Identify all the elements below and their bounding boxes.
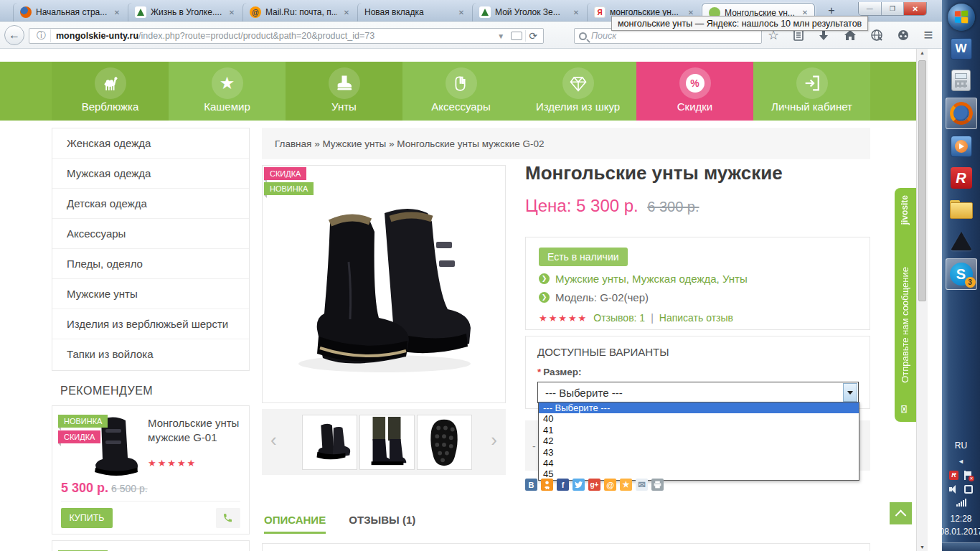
tab-close-icon[interactable]: ✕ bbox=[686, 9, 696, 17]
sidebar-item-pledy-odeyalo[interactable]: Пледы, одеяло bbox=[52, 249, 249, 279]
carousel-next-icon[interactable]: › bbox=[491, 429, 497, 451]
nav-item-aksessuary[interactable]: Аксессуары bbox=[402, 62, 519, 121]
reader-mode-icon[interactable] bbox=[511, 32, 522, 40]
taskbar-firefox-button[interactable] bbox=[946, 98, 977, 129]
thumbnail-sole[interactable] bbox=[417, 415, 472, 470]
write-review-link[interactable]: Написать отзыв bbox=[659, 312, 733, 324]
menu-hamburger-icon[interactable]: ≡ bbox=[919, 26, 938, 44]
thumbnail-boots-worn[interactable] bbox=[359, 415, 415, 470]
scrollbar-thumb[interactable] bbox=[918, 60, 926, 301]
page-scrollbar[interactable]: ▲ ▼ bbox=[916, 49, 928, 551]
size-select[interactable]: --- Выберите --- bbox=[537, 382, 859, 403]
scroll-to-top-button[interactable] bbox=[890, 502, 912, 524]
avira-tray-icon[interactable]: R bbox=[949, 471, 958, 480]
sidebar-item-muzhskie-unty[interactable]: Мужские унты bbox=[52, 279, 249, 309]
language-indicator[interactable]: RU bbox=[955, 441, 967, 451]
tab-close-icon[interactable]: ✕ bbox=[341, 9, 352, 17]
browser-tab[interactable]: Новая вкладка ✕ bbox=[357, 3, 471, 22]
sidebar-item-detskaya-odezhda[interactable]: Детская одежда bbox=[52, 189, 249, 219]
recommended-product-card[interactable]: НОВИНКА СКИДКА Монгольские унты мужские … bbox=[52, 405, 250, 534]
globe-extension-icon[interactable] bbox=[867, 26, 886, 44]
film-extension-icon[interactable] bbox=[894, 26, 913, 44]
tab-close-icon[interactable]: ✕ bbox=[571, 9, 581, 17]
nav-item-lichnyj-kabinet[interactable]: Личный кабинет bbox=[753, 62, 870, 121]
scrollbar-down-icon[interactable]: ▼ bbox=[920, 545, 925, 550]
taskbar-calculator-button[interactable] bbox=[946, 66, 977, 95]
size-option-selected[interactable]: --- Выберите --- bbox=[539, 402, 859, 413]
scrollbar-up-icon[interactable]: ▲ bbox=[920, 50, 925, 55]
tray-expand-icon[interactable]: ◄ bbox=[958, 458, 964, 465]
volume-icon[interactable] bbox=[949, 485, 959, 494]
size-option[interactable]: 42 bbox=[539, 435, 859, 446]
tab-close-icon[interactable]: ✕ bbox=[112, 9, 122, 17]
sidebar-item-tapki[interactable]: Тапки из войлока bbox=[52, 339, 249, 369]
recommended-product-title[interactable]: Пояс из bbox=[148, 548, 187, 551]
size-option[interactable]: 43 bbox=[539, 447, 859, 458]
facebook-share-icon[interactable]: f bbox=[557, 479, 569, 491]
minimize-button[interactable]: — bbox=[859, 2, 882, 15]
breadcrumb[interactable]: Главная » Мужские унты » Монгольские унт… bbox=[262, 128, 870, 159]
sidebar-item-aksessuary[interactable]: Аксессуары bbox=[52, 219, 249, 249]
close-button[interactable]: ✕ bbox=[904, 2, 926, 15]
phone-order-button[interactable] bbox=[216, 508, 240, 528]
taskbar-clock[interactable]: 12:28 08.01.2017 bbox=[939, 512, 980, 538]
power-plug-icon[interactable] bbox=[964, 485, 973, 494]
thumbnail-boots-pair[interactable] bbox=[302, 415, 357, 470]
browser-tab[interactable]: @ Mail.Ru: почта, п... ✕ bbox=[242, 3, 356, 22]
site-info-icon[interactable]: ⓘ bbox=[32, 29, 51, 42]
tab-reviews[interactable]: ОТЗЫВЫ (1) bbox=[349, 514, 415, 526]
back-button[interactable]: ← bbox=[4, 25, 24, 45]
url-bar[interactable]: ⓘ mongolskie-unty.ru /index.php?route=pr… bbox=[29, 28, 544, 44]
recommended-product-title[interactable]: Монгольские унты мужские G-01 bbox=[148, 416, 245, 446]
nav-item-izdeliya-iz-shkur[interactable]: Изделия из шкур bbox=[519, 62, 636, 121]
browser-tab[interactable]: Мой Уголок Зе... ✕ bbox=[472, 3, 585, 22]
taskbar-mediaplayer-button[interactable] bbox=[946, 132, 977, 161]
vk-share-icon[interactable]: B bbox=[525, 479, 537, 491]
nav-item-unty[interactable]: Унты bbox=[286, 62, 402, 121]
nav-item-skidki[interactable]: % Скидки bbox=[636, 62, 753, 121]
action-center-flag-icon[interactable]: ✕ bbox=[963, 471, 973, 480]
network-signal-icon[interactable] bbox=[956, 499, 966, 507]
product-category-links[interactable]: Мужские унты, Мужская одежда, Унты bbox=[555, 273, 748, 285]
carousel-prev-icon[interactable]: ‹ bbox=[270, 429, 277, 451]
size-option[interactable]: 41 bbox=[539, 425, 859, 435]
jivosite-chat-tab[interactable]: jivosite Отправьте нам сообщение ✉ bbox=[895, 188, 916, 422]
nav-item-kashemir[interactable]: ★ Кашемир bbox=[169, 62, 286, 121]
odnoklassniki-share-icon[interactable] bbox=[541, 479, 553, 491]
browser-tab[interactable]: Начальная стра... ✕ bbox=[13, 3, 126, 22]
buy-button[interactable]: КУПИТЬ bbox=[61, 508, 113, 528]
taskbar-skype-button[interactable]: S 3 bbox=[946, 258, 977, 290]
bookmark-share-icon[interactable]: ★ bbox=[620, 479, 632, 491]
email-share-icon[interactable]: ✉ bbox=[636, 479, 648, 491]
twitter-share-icon[interactable] bbox=[573, 479, 585, 491]
restore-button[interactable]: ❐ bbox=[882, 2, 905, 15]
taskbar-app-button[interactable] bbox=[946, 227, 977, 255]
taskbar-avira-button[interactable]: R bbox=[946, 164, 977, 192]
show-desktop-button[interactable] bbox=[942, 542, 980, 551]
tab-close-icon[interactable]: ✕ bbox=[227, 9, 237, 17]
tab-close-icon[interactable]: ✕ bbox=[456, 9, 466, 17]
tab-description[interactable]: ОПИСАНИЕ bbox=[264, 514, 326, 534]
bullet-arrow-icon: ❯ bbox=[539, 292, 550, 303]
sidebar-item-verblyuzhya-sherst[interactable]: Изделия из верблюжьей шерсти bbox=[52, 309, 249, 339]
googleplus-share-icon[interactable]: g+ bbox=[588, 479, 600, 491]
url-dropdown-icon[interactable]: ▼ bbox=[494, 32, 508, 40]
nav-item-verblyuzhka[interactable]: Верблюжка bbox=[52, 62, 169, 121]
sidebar-item-muzhskaya-odezhda[interactable]: Мужская одежда bbox=[52, 159, 249, 189]
taskbar-explorer-button[interactable] bbox=[946, 195, 977, 224]
browser-tab[interactable]: Жизнь в Уголке.... ✕ bbox=[128, 3, 241, 22]
refresh-icon[interactable]: ⟳ bbox=[525, 30, 540, 42]
product-main-image[interactable] bbox=[277, 176, 492, 391]
start-button[interactable] bbox=[946, 3, 977, 32]
product-image-box[interactable]: СКИДКА НОВИНКА bbox=[262, 165, 506, 403]
taskbar-word-button[interactable]: W bbox=[946, 34, 977, 63]
quantity-decrease-button[interactable]: - bbox=[532, 441, 536, 452]
print-icon[interactable] bbox=[651, 479, 664, 491]
recommended-product-card[interactable]: НОВИНКА Пояс из bbox=[52, 540, 250, 551]
sidebar-item-zhenskaya-odezhda[interactable]: Женская одежда bbox=[52, 128, 249, 159]
reviews-count-link[interactable]: Отзывов: 1 bbox=[593, 312, 645, 324]
size-option[interactable]: 44 bbox=[539, 458, 859, 468]
mailru-share-icon[interactable]: @ bbox=[604, 479, 616, 491]
size-option[interactable]: 40 bbox=[539, 413, 859, 424]
select-arrow-icon[interactable] bbox=[843, 383, 857, 402]
